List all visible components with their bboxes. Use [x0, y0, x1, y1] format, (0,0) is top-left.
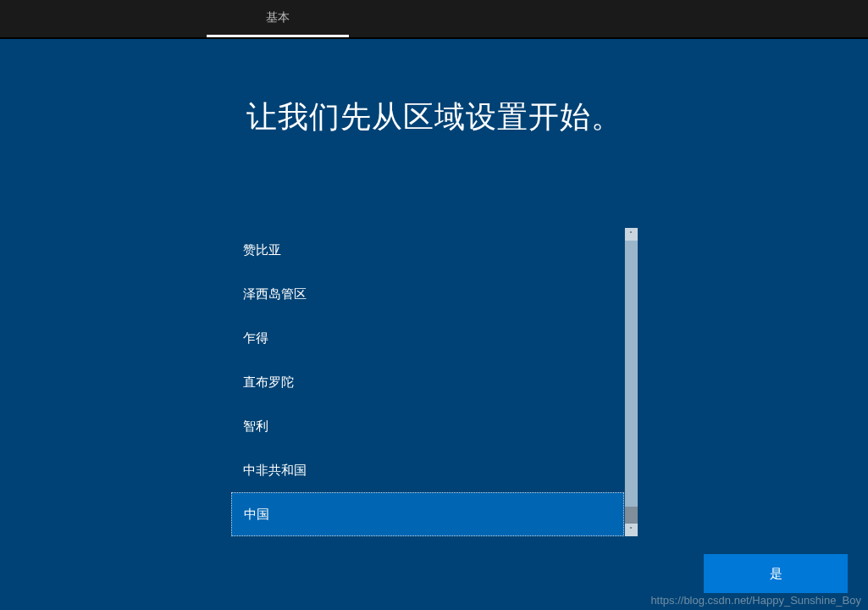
region-list[interactable]: 赞比亚泽西岛管区乍得直布罗陀智利中非共和国中国: [231, 228, 625, 536]
region-list-item[interactable]: 中非共和国: [231, 448, 624, 492]
region-label: 中非共和国: [243, 463, 307, 479]
region-label: 赞比亚: [243, 242, 281, 258]
region-label: 中国: [244, 507, 269, 523]
region-list-wrap: 赞比亚泽西岛管区乍得直布罗陀智利中非共和国中国 ˄ ˅: [231, 228, 638, 536]
region-label: 智利: [243, 419, 268, 435]
main-content: 让我们先从区域设置开始。 赞比亚泽西岛管区乍得直布罗陀智利中非共和国中国 ˄ ˅: [0, 39, 868, 536]
watermark: https://blog.csdn.net/Happy_Sunshine_Boy: [650, 594, 861, 607]
region-list-item[interactable]: 智利: [231, 404, 624, 448]
region-label: 泽西岛管区: [243, 286, 307, 302]
region-label: 直布罗陀: [243, 374, 294, 391]
region-label: 乍得: [243, 330, 268, 347]
region-list-item[interactable]: 泽西岛管区: [231, 272, 624, 316]
region-list-item[interactable]: 赞比亚: [231, 228, 624, 272]
confirm-button[interactable]: 是: [704, 554, 848, 593]
scroll-down-arrow-icon[interactable]: ˅: [625, 524, 638, 536]
topbar: 基本: [0, 0, 868, 39]
confirm-label: 是: [770, 566, 782, 582]
region-list-item[interactable]: 中国: [231, 492, 624, 536]
tab-label: 基本: [266, 10, 290, 25]
page-title: 让我们先从区域设置开始。: [246, 97, 622, 138]
region-list-item[interactable]: 直布罗陀: [231, 360, 624, 404]
scroll-track[interactable]: [625, 241, 638, 524]
scroll-thumb[interactable]: [625, 507, 638, 524]
scrollbar[interactable]: ˄ ˅: [625, 228, 638, 536]
tab-basic[interactable]: 基本: [207, 0, 349, 37]
region-list-item[interactable]: 乍得: [231, 316, 624, 360]
scroll-up-arrow-icon[interactable]: ˄: [625, 228, 638, 241]
